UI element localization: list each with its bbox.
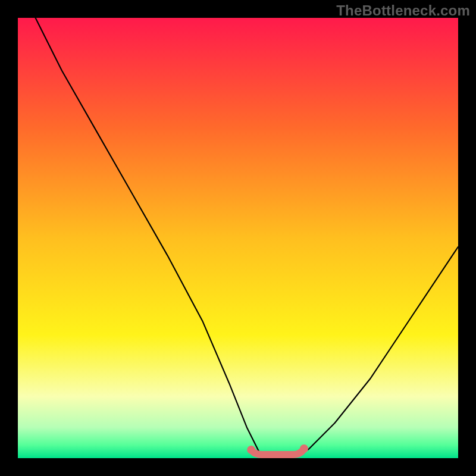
tolerance-endpoint bbox=[300, 444, 308, 453]
chart-frame: TheBottleneck.com bbox=[0, 0, 476, 476]
watermark-text: TheBottleneck.com bbox=[336, 2, 470, 19]
plot-area bbox=[18, 18, 458, 458]
tolerance-endpoint bbox=[247, 446, 255, 454]
chart-svg bbox=[18, 18, 458, 458]
heat-gradient-bg bbox=[18, 18, 458, 458]
